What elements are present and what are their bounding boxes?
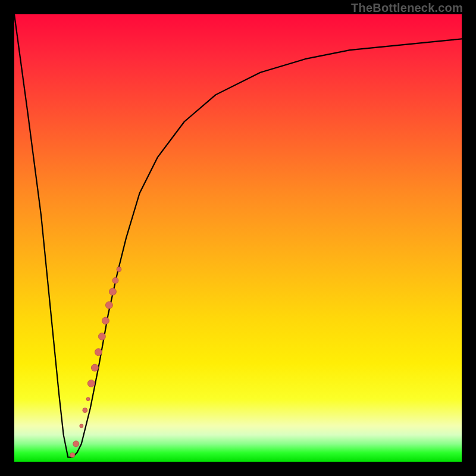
data-marker — [98, 333, 105, 340]
data-marker — [83, 408, 87, 413]
chart-overlay — [14, 14, 462, 462]
chart-frame: TheBottleneck.com — [0, 0, 476, 476]
data-marker — [73, 441, 79, 447]
data-marker — [86, 397, 90, 401]
watermark-text: TheBottleneck.com — [351, 1, 463, 15]
bottleneck-curve-line — [14, 14, 462, 457]
data-marker — [87, 380, 95, 387]
data-marker — [102, 317, 109, 324]
data-marker — [117, 267, 121, 272]
data-marker — [95, 349, 102, 356]
data-marker — [80, 424, 83, 428]
data-marker — [112, 277, 118, 283]
data-marker — [105, 302, 112, 309]
data-marker — [109, 288, 116, 295]
data-marker — [91, 364, 98, 371]
marker-layer — [70, 267, 121, 458]
data-marker — [70, 453, 75, 458]
